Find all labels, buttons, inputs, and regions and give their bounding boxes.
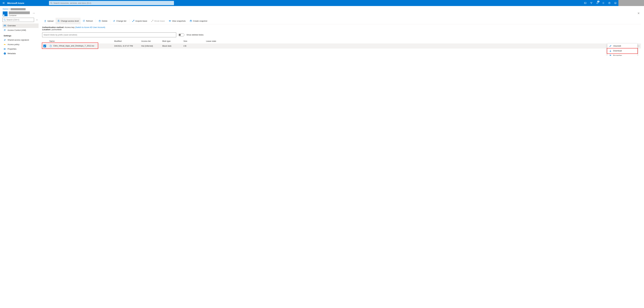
svg-rect-34: [58, 21, 59, 22]
table-header: Name Modified Access tier Blob type Size…: [42, 39, 641, 43]
svg-point-3: [50, 2, 52, 3]
svg-rect-19: [4, 25, 6, 25]
col-size[interactable]: Size: [182, 40, 205, 42]
lock-icon: [58, 20, 60, 22]
col-modified[interactable]: Modified: [113, 40, 140, 42]
svg-line-4: [52, 3, 52, 4]
svg-point-17: [4, 19, 5, 20]
sidebar-item-properties[interactable]: Properties: [2, 47, 38, 51]
top-bar: Microsoft Azure 4: [0, 0, 644, 6]
col-lease[interactable]: Lease state: [205, 40, 229, 42]
cmd-view-snapshots[interactable]: View snapshots: [167, 18, 188, 24]
cmd-delete[interactable]: Delete: [97, 18, 109, 24]
sidebar-item-sas[interactable]: Shared access signature: [2, 38, 38, 42]
row-checkbox[interactable]: [44, 45, 46, 47]
svg-rect-5: [584, 2, 586, 4]
col-tier[interactable]: Access tier: [140, 40, 161, 42]
svg-point-31: [5, 53, 5, 53]
svg-rect-27: [4, 48, 5, 50]
sidebar-item-access-control[interactable]: Access Control (IAM): [2, 28, 38, 32]
overview-icon: [4, 24, 6, 27]
cmd-refresh[interactable]: Refresh: [81, 18, 95, 24]
upload-icon: [44, 20, 46, 22]
directory-filter-button[interactable]: [588, 0, 594, 6]
sidebar-item-label: Access Control (IAM): [8, 29, 26, 31]
sidebar-item-label: Properties: [8, 48, 16, 50]
svg-rect-26: [4, 48, 4, 50]
auth-method-label: Authentication method:: [42, 26, 64, 28]
info-icon: [4, 52, 6, 55]
sidebar: « Overview Access Control (IAM) Settings…: [0, 18, 39, 56]
notifications-button[interactable]: 4: [594, 0, 600, 6]
cmd-acquire-lease[interactable]: Acquire lease: [130, 18, 149, 24]
sidebar-search[interactable]: [2, 18, 34, 22]
feedback-button[interactable]: [612, 0, 618, 6]
col-name[interactable]: Name: [48, 40, 113, 42]
sidebar-item-overview[interactable]: Overview: [2, 23, 38, 28]
hamburger-button[interactable]: [0, 2, 7, 4]
svg-point-9: [603, 3, 604, 3]
blob-tier: Hot (Inferred): [140, 45, 161, 47]
settings-button[interactable]: [600, 0, 606, 6]
svg-rect-25: [6, 44, 6, 45]
breadcrumb-separator: >: [8, 8, 10, 10]
cmd-change-access-level[interactable]: Change access level: [56, 18, 80, 24]
global-search[interactable]: [49, 1, 174, 5]
sliders-icon: [609, 54, 612, 56]
close-button[interactable]: [636, 11, 641, 16]
brand-label: Microsoft Azure: [7, 2, 28, 4]
container-name-redacted: [9, 11, 30, 14]
svg-marker-7: [590, 2, 592, 4]
key-icon: [4, 43, 6, 46]
location-value: yuchunblob: [52, 28, 62, 31]
table-row[interactable]: Citrix_Virtual_Apps_and_Desktops_7_2012.…: [42, 43, 641, 49]
blob-name: Citrix_Virtual_Apps_and_Desktops_7_2012.…: [53, 45, 94, 47]
sidebar-item-access-policy[interactable]: Access policy: [2, 42, 38, 47]
svg-point-44: [170, 21, 170, 21]
cmd-upload[interactable]: Upload: [42, 18, 55, 24]
refresh-icon: [83, 20, 85, 22]
sidebar-item-label: Shared access signature: [8, 39, 29, 41]
file-icon: [50, 45, 52, 47]
main-content: Upload Change access level Refresh Delet…: [39, 18, 644, 56]
download-icon: [609, 50, 612, 52]
header-more-button[interactable]: ···: [33, 11, 35, 14]
col-type[interactable]: Blob type: [161, 40, 182, 42]
show-deleted-toggle[interactable]: [178, 33, 184, 36]
sidebar-item-label: Access policy: [8, 43, 20, 45]
ctx-properties[interactable]: Properties: [608, 53, 637, 56]
collapse-sidebar-button[interactable]: «: [36, 19, 38, 21]
global-search-input[interactable]: [54, 2, 173, 4]
container-icon: [3, 11, 8, 16]
link-icon: [4, 39, 6, 41]
sidebar-search-input[interactable]: [6, 19, 33, 21]
top-icon-tray: 4: [582, 0, 644, 6]
search-icon: [4, 19, 6, 21]
trash-icon: [98, 20, 101, 22]
svg-rect-35: [99, 20, 100, 22]
sidebar-heading-settings: Settings: [2, 32, 38, 38]
snapshot-icon: [190, 20, 192, 22]
breadcrumb-redacted: [10, 8, 26, 10]
ctx-view-edit[interactable]: View/edit: [608, 44, 637, 48]
blob-modified: 3/4/2021, 6:37:47 PM: [113, 45, 140, 47]
breadcrumb-home[interactable]: Home: [3, 8, 8, 10]
sidebar-item-metadata[interactable]: Metadata: [2, 51, 38, 56]
sidebar-item-label: Overview: [8, 24, 16, 27]
account-area-redacted: [618, 0, 644, 6]
blob-context-menu: View/edit Download Properties Generate S…: [607, 43, 637, 56]
cmd-break-lease: Break lease: [149, 18, 166, 24]
switch-auth-link[interactable]: (Switch to Azure AD User Account): [75, 26, 105, 28]
ctx-download[interactable]: Download: [608, 48, 637, 53]
blob-prefix-search[interactable]: [42, 32, 176, 37]
eye-icon: [169, 20, 171, 22]
svg-point-52: [610, 55, 611, 56]
svg-point-11: [609, 3, 610, 4]
search-icon: [50, 2, 52, 4]
filter-row: Show deleted blobs: [42, 32, 641, 37]
cloud-shell-button[interactable]: [582, 0, 588, 6]
help-button[interactable]: [606, 0, 612, 6]
cmd-create-snapshot[interactable]: Create snapshot: [188, 18, 209, 24]
cmd-change-tier[interactable]: Change tier: [111, 18, 128, 24]
swap-icon: [113, 20, 115, 22]
